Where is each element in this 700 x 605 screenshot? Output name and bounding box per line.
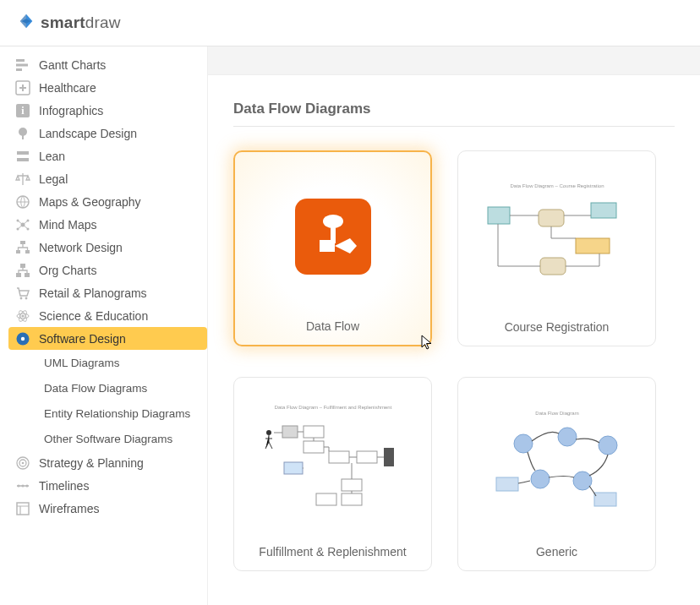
svg-rect-46 <box>576 238 610 253</box>
svg-rect-44 <box>488 207 510 224</box>
sidebar-subitem-data-flow-diagrams[interactable]: Data Flow Diagrams <box>8 375 207 401</box>
svg-point-31 <box>21 336 25 340</box>
atom-icon <box>14 307 32 325</box>
svg-rect-67 <box>496 477 518 491</box>
target-icon <box>14 454 32 472</box>
scale-icon <box>14 170 32 188</box>
sidebar-item-label: Strategy & Planning <box>39 456 144 470</box>
globe-icon <box>14 193 32 211</box>
svg-text:Data Flow Diagram – Course Reg: Data Flow Diagram – Course Registration <box>510 183 604 188</box>
sidebar-subitem-other-software-diagrams[interactable]: Other Software Diagrams <box>8 426 207 451</box>
svg-rect-38 <box>17 503 29 515</box>
app-header: smartdraw <box>0 0 700 46</box>
sidebar-item-label: Wireframes <box>39 502 100 515</box>
sidebar-item-label: Infographics <box>39 104 103 117</box>
svg-rect-55 <box>329 451 349 463</box>
sidebar-item-label: Lean <box>39 150 65 163</box>
sidebar-item-label: Network Design <box>39 241 123 254</box>
svg-rect-60 <box>384 448 394 466</box>
sidebar-item-science-education[interactable]: Science & Education <box>8 304 207 327</box>
svg-rect-18 <box>20 241 25 244</box>
template-card-generic[interactable]: Data Flow DiagramGeneric <box>457 377 656 571</box>
svg-rect-56 <box>357 451 377 463</box>
sidebar-item-lean[interactable]: Lean <box>8 144 207 167</box>
category-sidebar[interactable]: Gantt ChartsHealthcareiInfographicsLands… <box>0 46 208 605</box>
svg-rect-3 <box>16 63 28 66</box>
template-label: Data Flow <box>235 313 430 345</box>
sidebar-item-label: Retail & Planograms <box>39 286 147 300</box>
svg-marker-1 <box>20 14 31 29</box>
network-icon <box>14 238 32 257</box>
svg-rect-54 <box>284 462 303 474</box>
svg-rect-48 <box>540 258 566 275</box>
svg-rect-19 <box>16 250 20 253</box>
sidebar-item-label: Maps & Geography <box>39 195 141 209</box>
svg-rect-2 <box>16 59 25 62</box>
svg-rect-51 <box>282 426 298 438</box>
sidebar-item-label: Org Charts <box>39 264 96 277</box>
sidebar-subitem-uml-diagrams[interactable]: UML Diagrams <box>8 350 207 375</box>
plus-icon <box>14 79 32 97</box>
sidebar-item-label: UML Diagrams <box>44 357 120 369</box>
tree-icon <box>14 124 32 143</box>
sidebar-item-timelines[interactable]: Timelines <box>8 474 207 497</box>
sidebar-item-label: Timelines <box>39 479 89 493</box>
svg-point-35 <box>17 484 19 487</box>
template-label: Course Registration <box>458 313 655 346</box>
svg-point-24 <box>20 297 23 299</box>
svg-marker-42 <box>335 238 357 253</box>
sidebar-item-mind-maps[interactable]: Mind Maps <box>8 213 207 236</box>
svg-point-36 <box>21 484 24 487</box>
timeline-icon <box>14 477 32 495</box>
sidebar-item-landscape-design[interactable]: Landscape Design <box>8 122 207 144</box>
sidebar-item-strategy-planning[interactable]: Strategy & Planning <box>8 451 207 474</box>
template-preview <box>235 152 430 313</box>
cart-icon <box>14 284 32 302</box>
toolbar-strip <box>208 46 700 75</box>
svg-text:Data Flow Diagram: Data Flow Diagram <box>535 411 578 416</box>
sidebar-item-org-charts[interactable]: Org Charts <box>8 259 207 281</box>
sidebar-item-retail-planograms[interactable]: Retail & Planograms <box>8 281 207 304</box>
sidebar-item-software-design[interactable]: Software Design <box>8 327 207 350</box>
sidebar-item-label: Healthcare <box>39 81 96 95</box>
sidebar-subitem-entity-relationship-diagrams[interactable]: Entity Relationship Diagrams <box>8 401 207 426</box>
svg-rect-58 <box>316 493 336 505</box>
svg-rect-59 <box>342 493 362 505</box>
sidebar-item-label: Data Flow Diagrams <box>44 382 147 395</box>
sidebar-item-label: Other Software Diagrams <box>44 433 172 445</box>
sidebar-item-label: Landscape Design <box>39 127 137 140</box>
sidebar-item-infographics[interactable]: iInfographics <box>8 99 207 122</box>
sidebar-item-label: Mind Maps <box>39 218 96 232</box>
template-preview: Data Flow Diagram – Course Registration <box>458 151 655 313</box>
svg-point-50 <box>266 430 271 435</box>
sidebar-item-label: Software Design <box>39 332 126 346</box>
sidebar-item-legal[interactable]: Legal <box>8 167 207 190</box>
template-grid: Data FlowData Flow Diagram – Course Regi… <box>233 150 675 571</box>
svg-rect-45 <box>591 203 616 218</box>
template-label: Fulfillment & Replenishment <box>234 538 431 570</box>
brand-logo[interactable]: smartdraw <box>17 12 121 34</box>
sidebar-item-network-design[interactable]: Network Design <box>8 236 207 259</box>
sidebar-item-healthcare[interactable]: Healthcare <box>8 76 207 99</box>
svg-rect-10 <box>17 151 29 155</box>
template-card-data-flow[interactable]: Data Flow <box>233 150 432 346</box>
svg-rect-41 <box>320 240 335 252</box>
gantt-icon <box>14 56 32 74</box>
template-card-course-registration[interactable]: Data Flow Diagram – Course RegistrationC… <box>457 150 656 346</box>
svg-text:Data Flow Diagram – Fulfillmen: Data Flow Diagram – Fulfillment and Repl… <box>274 405 391 410</box>
template-preview: Data Flow Diagram – Fulfillment and Repl… <box>234 378 431 538</box>
svg-rect-20 <box>25 250 30 253</box>
main-panel: Data Flow Diagrams Data FlowData Flow Di… <box>208 46 700 605</box>
lean-icon <box>14 147 32 166</box>
sidebar-item-maps-geography[interactable]: Maps & Geography <box>8 190 207 213</box>
svg-point-25 <box>25 297 28 299</box>
svg-point-65 <box>531 470 550 488</box>
svg-rect-47 <box>539 210 564 226</box>
sidebar-item-gantt-charts[interactable]: Gantt Charts <box>8 53 207 76</box>
template-card-fulfillment-replenishment[interactable]: Data Flow Diagram – Fulfillment and Repl… <box>233 377 432 571</box>
brand-name: smartdraw <box>41 14 121 32</box>
svg-point-63 <box>558 428 577 446</box>
svg-rect-4 <box>16 68 22 71</box>
svg-rect-52 <box>304 426 324 438</box>
sidebar-item-wireframes[interactable]: Wireframes <box>8 497 207 520</box>
